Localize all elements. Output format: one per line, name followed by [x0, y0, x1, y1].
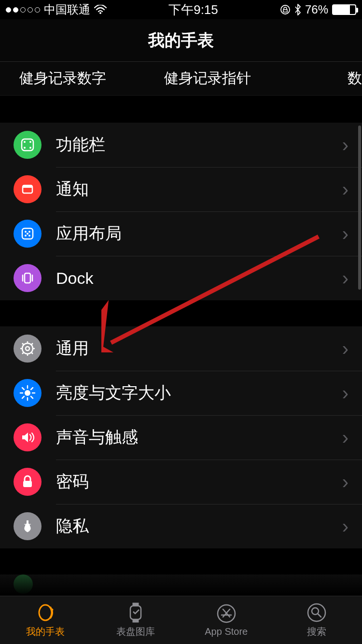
battery-percent: 76%	[305, 3, 328, 16]
tab-app-store[interactable]: App Store	[181, 596, 272, 644]
row-sounds[interactable]: 声音与触感 ›	[0, 415, 362, 460]
notifications-icon	[14, 175, 42, 203]
row-label: 密码	[56, 471, 342, 493]
svg-line-33	[22, 396, 24, 398]
chevron-right-icon: ›	[342, 338, 348, 360]
privacy-icon	[14, 512, 42, 540]
watch-face-labels[interactable]: 健身记录数字 健身记录指针 数	[0, 62, 362, 96]
svg-point-26	[25, 390, 30, 396]
svg-point-45	[308, 604, 325, 621]
svg-point-5	[24, 147, 26, 149]
tab-label: 我的手表	[26, 625, 65, 638]
svg-line-25	[31, 343, 33, 345]
partial-next-row[interactable]	[0, 574, 362, 594]
chevron-right-icon: ›	[342, 471, 348, 493]
chevron-right-icon: ›	[342, 516, 348, 537]
tab-label: App Store	[205, 626, 248, 637]
battery-icon	[332, 4, 356, 15]
nav-title-bar: 我的手表	[0, 19, 362, 62]
svg-point-17	[26, 347, 29, 350]
general-icon	[14, 335, 42, 363]
tab-label: 搜索	[307, 625, 326, 638]
row-privacy[interactable]: 隐私 ›	[0, 504, 362, 548]
status-time: 下午9:15	[168, 1, 218, 18]
svg-point-16	[22, 343, 33, 354]
scroll-indicator[interactable]	[358, 126, 361, 290]
svg-rect-8	[23, 185, 32, 188]
group-divider	[0, 300, 362, 326]
app-store-icon	[216, 603, 237, 624]
row-app-layout[interactable]: 应用布局 ›	[0, 211, 362, 256]
tab-my-watch[interactable]: 我的手表	[0, 596, 91, 644]
svg-point-46	[312, 608, 319, 615]
tab-label: 表盘图库	[116, 625, 155, 638]
face-label-1[interactable]: 健身记录数字	[0, 69, 125, 88]
carrier-label: 中国联通	[44, 2, 90, 17]
row-label: 通知	[56, 178, 342, 200]
row-label: 应用布局	[56, 223, 342, 245]
tab-bar: 我的手表 表盘图库 App Store 搜索	[0, 596, 362, 644]
face-label-3-partial[interactable]: 数	[328, 69, 362, 88]
svg-rect-43	[133, 619, 139, 622]
svg-line-23	[31, 352, 33, 354]
group-divider	[0, 548, 362, 574]
svg-point-6	[29, 147, 31, 149]
row-label: 隐私	[56, 515, 342, 537]
gallery-icon	[125, 602, 146, 623]
tab-face-gallery[interactable]: 表盘图库	[91, 596, 181, 644]
section-spacer	[0, 96, 362, 123]
chevron-right-icon: ›	[342, 134, 348, 156]
svg-line-32	[31, 396, 33, 398]
page-title: 我的手表	[148, 29, 214, 52]
row-complications[interactable]: 功能栏 ›	[0, 123, 362, 167]
signal-strength-icon	[6, 7, 40, 13]
svg-point-40	[51, 609, 53, 611]
row-label: 声音与触感	[56, 426, 342, 448]
app-layout-icon	[14, 220, 42, 248]
row-brightness[interactable]: 亮度与文字大小 ›	[0, 371, 362, 415]
row-label: 亮度与文字大小	[56, 382, 342, 404]
svg-point-3	[24, 141, 26, 143]
svg-line-24	[22, 352, 24, 354]
row-passcode[interactable]: 密码 ›	[0, 460, 362, 504]
row-label: 功能栏	[56, 134, 342, 156]
chevron-right-icon: ›	[342, 179, 348, 200]
orientation-lock-icon	[280, 4, 291, 15]
status-bar: 中国联通 下午9:15 76%	[0, 0, 362, 19]
svg-line-22	[22, 343, 24, 345]
passcode-icon	[14, 468, 42, 496]
svg-rect-15	[25, 273, 30, 283]
svg-line-47	[318, 614, 321, 617]
wifi-icon	[94, 5, 107, 14]
svg-rect-42	[133, 603, 139, 606]
svg-line-31	[22, 388, 24, 390]
partial-icon	[14, 574, 33, 594]
watch-icon	[35, 602, 56, 623]
svg-rect-35	[23, 481, 32, 487]
svg-point-4	[29, 141, 31, 143]
chevron-right-icon: ›	[342, 382, 348, 404]
settings-group-1: 功能栏 › 通知 › 应用布局 › Dock ›	[0, 123, 362, 300]
chevron-right-icon: ›	[342, 267, 348, 289]
brightness-icon	[14, 379, 42, 407]
svg-point-11	[28, 231, 30, 233]
row-label: 通用	[56, 337, 342, 360]
svg-point-0	[99, 12, 101, 14]
svg-rect-37	[27, 520, 28, 524]
row-label: Dock	[56, 269, 342, 288]
row-notifications[interactable]: 通知 ›	[0, 167, 362, 211]
chevron-right-icon: ›	[342, 223, 348, 245]
svg-point-14	[27, 233, 28, 235]
face-label-2[interactable]: 健身记录指针	[145, 69, 270, 88]
complications-icon	[14, 131, 42, 159]
row-general[interactable]: 通用 ›	[0, 326, 362, 371]
svg-point-13	[28, 235, 30, 237]
tab-search[interactable]: 搜索	[272, 596, 362, 644]
svg-rect-2	[22, 139, 33, 151]
settings-group-2: 通用 › 亮度与文字大小 › 声音与触感 › 密码 › 隐私 ›	[0, 326, 362, 548]
svg-point-12	[25, 235, 27, 237]
search-icon	[306, 602, 327, 623]
row-dock[interactable]: Dock ›	[0, 256, 362, 300]
sounds-icon	[14, 423, 42, 451]
dock-icon	[14, 264, 42, 292]
